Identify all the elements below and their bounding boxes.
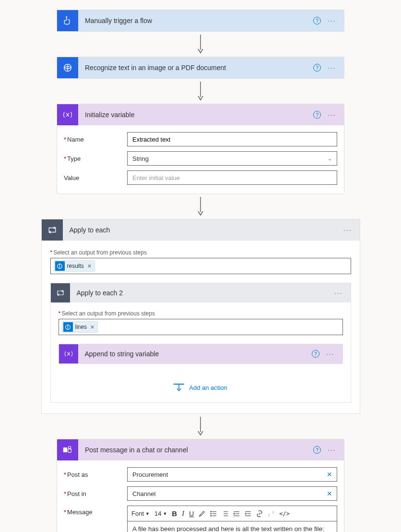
outdent-icon[interactable] [233, 511, 240, 517]
indent-icon[interactable] [245, 511, 251, 517]
help-icon[interactable]: ? [313, 64, 321, 72]
step-title: Recognize text in an image or a PDF docu… [78, 64, 313, 72]
post-in-label: Post in [64, 490, 127, 497]
ai-token-icon [63, 322, 73, 332]
step-apply-to-each[interactable]: Apply to each ··· Select an output from … [41, 219, 360, 414]
unlink-icon[interactable] [268, 510, 274, 517]
code-icon[interactable]: </> [279, 510, 290, 517]
trigger-icon [57, 10, 78, 31]
step-title: Append to string variable [78, 350, 312, 358]
menu-icon[interactable]: ··· [328, 446, 336, 454]
type-value: String [132, 155, 149, 162]
underline-icon[interactable]: U [189, 510, 194, 518]
message-text: A file has been processed and here is al… [132, 525, 332, 532]
step-title: Initialize variable [78, 111, 313, 119]
token-remove-icon[interactable]: ✕ [90, 324, 94, 330]
svg-point-15 [211, 513, 212, 514]
token-lines[interactable]: lines ✕ [62, 321, 98, 333]
value-label: Value [64, 174, 127, 181]
token-label: results [67, 263, 84, 269]
add-action-button[interactable]: Add an action [59, 383, 343, 392]
post-in-value: Channel [128, 490, 322, 497]
bullet-list-icon[interactable] [210, 511, 217, 517]
menu-icon[interactable]: ··· [328, 111, 336, 119]
loop-icon [51, 283, 70, 302]
svg-point-17 [211, 515, 212, 516]
post-as-value: Procurement [128, 471, 322, 478]
svg-point-13 [211, 511, 212, 512]
rich-text-toolbar: Font ▼ 14 ▼ B I U [127, 506, 337, 521]
step-append-string[interactable]: Append to string variable ? ··· [59, 344, 343, 364]
variable-icon [59, 344, 78, 363]
clear-icon[interactable]: × [322, 470, 337, 480]
select-output-label: Select an output from previous steps [59, 310, 343, 317]
svg-text:T: T [64, 448, 66, 452]
arrow-connector [197, 35, 204, 54]
token-results[interactable]: results ✕ [54, 260, 95, 272]
message-editor[interactable]: A file has been processed and here is al… [127, 521, 337, 532]
type-label: Type [64, 155, 127, 162]
chevron-down-icon: ⌄ [328, 156, 332, 162]
number-list-icon[interactable] [222, 511, 228, 517]
step-recognize[interactable]: Recognize text in an image or a PDF docu… [57, 57, 344, 79]
arrow-connector [197, 82, 204, 101]
help-icon[interactable]: ? [312, 350, 319, 358]
token-remove-icon[interactable]: ✕ [87, 263, 92, 269]
step-title: Manually trigger a flow [78, 17, 313, 24]
menu-icon[interactable]: ··· [326, 350, 335, 358]
highlight-icon[interactable] [199, 510, 205, 517]
add-action-label: Add an action [189, 384, 227, 391]
menu-icon[interactable]: ··· [328, 64, 336, 72]
loop-icon [42, 219, 63, 241]
ai-token-icon [55, 261, 65, 271]
step-title: Apply to each 2 [70, 289, 334, 297]
menu-icon[interactable]: ··· [328, 17, 336, 24]
teams-icon: T [57, 439, 78, 460]
svg-point-12 [69, 447, 71, 449]
bold-icon[interactable]: B [172, 509, 177, 518]
post-in-input[interactable]: Channel × [127, 486, 337, 501]
post-as-input[interactable]: Procurement × [127, 467, 337, 482]
type-select[interactable]: String ⌄ [127, 151, 337, 166]
menu-icon[interactable]: ··· [343, 226, 352, 234]
output-token-input[interactable]: lines ✕ [59, 319, 343, 335]
ai-icon [57, 57, 78, 78]
italic-icon[interactable]: I [182, 509, 184, 518]
link-icon[interactable] [256, 510, 263, 517]
arrow-connector [197, 417, 204, 436]
step-title: Apply to each [63, 226, 343, 234]
value-input[interactable] [127, 170, 337, 185]
svg-point-0 [66, 17, 67, 18]
help-icon[interactable]: ? [313, 17, 321, 24]
step-title: Post message in a chat or channel [78, 446, 313, 454]
name-label: Name [64, 136, 127, 143]
help-icon[interactable]: ? [313, 111, 321, 119]
post-as-label: Post as [64, 471, 127, 478]
help-icon[interactable]: ? [313, 446, 321, 454]
output-token-input[interactable]: results ✕ [50, 258, 351, 274]
token-label: lines [75, 324, 87, 330]
add-action-icon [174, 383, 184, 392]
step-trigger[interactable]: Manually trigger a flow ? ··· [57, 10, 344, 32]
arrow-connector [197, 197, 204, 216]
font-dropdown[interactable]: Font ▼ [131, 510, 150, 517]
variable-icon [57, 104, 78, 125]
step-post-message[interactable]: T Post message in a chat or channel ? ··… [57, 439, 344, 532]
size-dropdown[interactable]: 14 ▼ [154, 510, 167, 517]
select-output-label: Select an output from previous steps [50, 249, 351, 256]
message-label: Message [64, 506, 127, 516]
clear-icon[interactable]: × [322, 489, 337, 499]
menu-icon[interactable]: ··· [334, 289, 343, 297]
step-initialize-variable[interactable]: Initialize variable ? ··· Name Type Stri… [57, 104, 344, 194]
step-apply-to-each-2[interactable]: Apply to each 2 ··· Select an output fro… [50, 283, 351, 403]
name-input[interactable] [127, 132, 337, 146]
